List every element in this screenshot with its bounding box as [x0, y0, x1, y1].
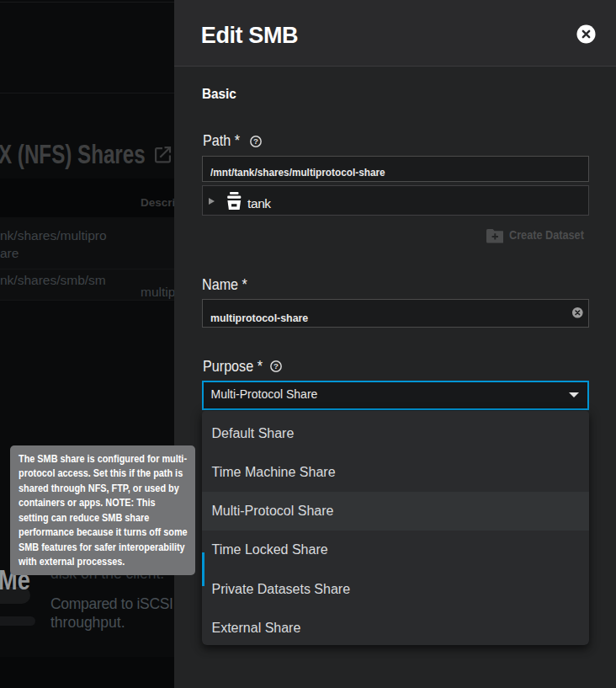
- svg-text:?: ?: [273, 362, 279, 371]
- svg-text:?: ?: [253, 136, 258, 146]
